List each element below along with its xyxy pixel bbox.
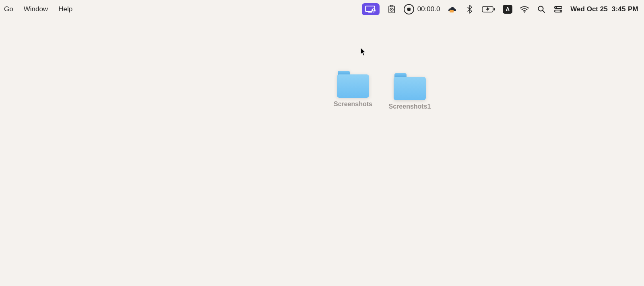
input-source-indicator[interactable]: A xyxy=(503,5,512,14)
menubar-time: 3:45 PM xyxy=(612,5,638,13)
menubar-datetime[interactable]: Wed Oct 25 3:45 PM xyxy=(570,5,640,13)
wifi-icon[interactable] xyxy=(520,4,529,14)
screenshare-indicator[interactable] xyxy=(362,3,380,15)
svg-rect-10 xyxy=(494,8,495,10)
folder-label: Screenshots xyxy=(334,101,372,108)
spotlight-search-icon[interactable] xyxy=(537,4,546,14)
folder-label: Screenshots1 xyxy=(389,103,431,110)
desktop-background[interactable]: Screenshots Screenshots1 xyxy=(0,19,644,286)
recording-elapsed: 00:00.0 xyxy=(417,5,440,13)
svg-point-11 xyxy=(524,12,525,13)
stop-recording-icon xyxy=(404,4,414,14)
control-center-icon[interactable] xyxy=(553,4,563,14)
menubar-date: Wed Oct 25 xyxy=(570,5,607,13)
menubar: Go Window Help 00:0 xyxy=(0,0,644,19)
clipboard-history-icon[interactable] xyxy=(387,4,396,14)
cloud-sync-icon[interactable] xyxy=(447,4,458,14)
menubar-left: Go Window Help xyxy=(4,0,78,19)
menu-window[interactable]: Window xyxy=(19,0,53,19)
mouse-cursor xyxy=(360,47,367,57)
battery-icon[interactable] xyxy=(482,4,495,14)
svg-rect-8 xyxy=(450,10,451,11)
bluetooth-icon[interactable] xyxy=(465,4,475,14)
svg-point-3 xyxy=(373,9,374,10)
folder-icon xyxy=(394,73,426,98)
screen-recording-timer[interactable]: 00:00.0 xyxy=(404,4,440,14)
screenshare-icon xyxy=(365,6,376,13)
desktop-folder-screenshots1[interactable]: Screenshots1 xyxy=(384,73,436,110)
folder-icon xyxy=(337,71,369,96)
svg-rect-1 xyxy=(368,12,372,13)
svg-point-16 xyxy=(560,10,561,12)
menu-help[interactable]: Help xyxy=(53,0,78,19)
menu-go[interactable]: Go xyxy=(4,0,19,19)
svg-rect-5 xyxy=(390,5,393,7)
svg-point-14 xyxy=(556,7,557,8)
menubar-right: 00:00.0 A xyxy=(362,3,640,15)
desktop-folder-screenshots[interactable]: Screenshots xyxy=(327,71,379,108)
